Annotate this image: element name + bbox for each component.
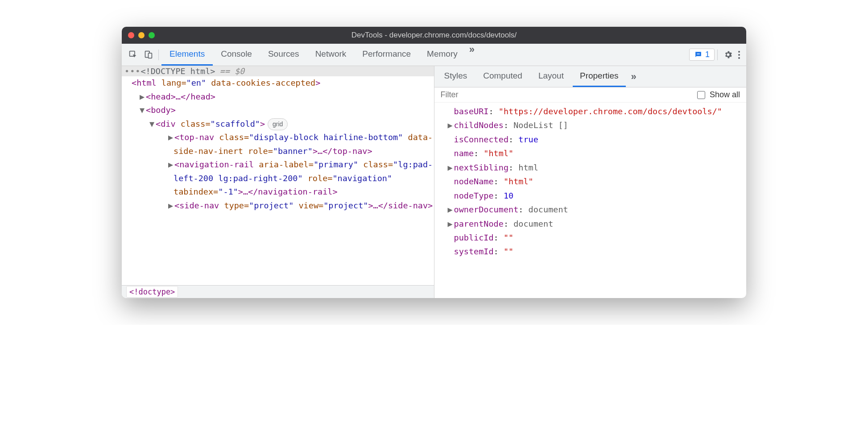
filter-input[interactable] xyxy=(441,90,693,99)
tab-elements[interactable]: Elements xyxy=(161,44,213,66)
show-all-label[interactable]: Show all xyxy=(710,90,740,99)
properties-list[interactable]: baseURI: "https://developer.chrome.com/d… xyxy=(434,103,747,298)
breadcrumbs[interactable]: <!doctype> xyxy=(122,285,434,298)
property-key: baseURI xyxy=(454,107,489,116)
maximize-window-button[interactable] xyxy=(149,32,155,38)
more-tabs-icon[interactable]: » xyxy=(466,44,477,66)
property-ownerDocument[interactable]: ▶ownerDocument: document xyxy=(438,203,743,216)
titlebar: DevTools - developer.chrome.com/docs/dev… xyxy=(122,27,746,44)
property-key: name xyxy=(454,149,474,158)
tab-memory[interactable]: Memory xyxy=(419,44,466,66)
main-toolbar: Elements Console Sources Network Perform… xyxy=(122,44,746,66)
tab-computed[interactable]: Computed xyxy=(476,66,529,87)
property-value: "html" xyxy=(504,177,533,186)
property-value: document xyxy=(513,219,553,228)
window-title: DevTools - developer.chrome.com/docs/dev… xyxy=(122,31,746,40)
svg-rect-2 xyxy=(148,53,152,58)
property-systemId[interactable]: systemId: "" xyxy=(438,245,743,258)
property-key: publicId xyxy=(454,233,494,242)
property-value: document xyxy=(529,205,568,214)
property-value: "" xyxy=(504,233,513,242)
property-publicId[interactable]: publicId: "" xyxy=(438,231,743,245)
tab-console[interactable]: Console xyxy=(213,44,260,66)
tab-network[interactable]: Network xyxy=(307,44,355,66)
more-sidebar-tabs-icon[interactable]: » xyxy=(628,71,639,83)
property-key: ownerDocument xyxy=(454,205,519,214)
panel-tabs: Elements Console Sources Network Perform… xyxy=(161,44,477,66)
inspect-icon[interactable] xyxy=(125,47,141,62)
collapse-arrow-icon[interactable]: ▼ xyxy=(149,117,155,131)
property-key: nodeName xyxy=(454,177,494,186)
property-baseURI[interactable]: baseURI: "https://developer.chrome.com/d… xyxy=(438,104,743,118)
expand-arrow-icon[interactable]: ▶ xyxy=(168,158,174,172)
property-name[interactable]: name: "html" xyxy=(438,146,743,160)
issues-button[interactable]: 1 xyxy=(689,49,715,61)
property-key: nodeType xyxy=(454,191,494,200)
tab-sources[interactable]: Sources xyxy=(260,44,307,66)
property-key: nextSibling xyxy=(454,163,509,172)
tab-layout[interactable]: Layout xyxy=(531,66,571,87)
property-isConnected[interactable]: isConnected: true xyxy=(438,133,743,146)
expand-arrow-icon[interactable]: ▶ xyxy=(448,118,453,132)
property-key: parentNode xyxy=(454,219,504,228)
ellipsis-icon: ••• xyxy=(124,66,141,76)
dom-node-div-scaffold[interactable]: ▼<div class="scaffold">grid xyxy=(122,117,434,131)
dom-node-navigation-rail[interactable]: ▶<navigation-rail aria-label="primary" c… xyxy=(131,158,434,199)
expand-arrow-icon[interactable]: ▶ xyxy=(168,131,174,145)
devtools-window: DevTools - developer.chrome.com/docs/dev… xyxy=(122,27,746,298)
dom-doctype-row[interactable]: ••• <!DOCTYPE html> == $0 xyxy=(122,66,434,76)
separator xyxy=(717,50,718,60)
sidebar-tabs: Styles Computed Layout Properties » xyxy=(434,66,747,87)
issues-icon xyxy=(694,50,703,59)
dom-node-side-nav[interactable]: ▶<side-nav type="project" view="project"… xyxy=(131,199,434,213)
expand-arrow-icon[interactable]: ▶ xyxy=(140,90,145,104)
dom-node-html[interactable]: <html lang="en" data-cookies-accepted> xyxy=(122,76,434,90)
settings-icon[interactable] xyxy=(720,47,736,62)
expand-arrow-icon[interactable]: ▶ xyxy=(168,199,174,213)
issues-count: 1 xyxy=(705,50,710,59)
device-toggle-icon[interactable] xyxy=(141,47,156,62)
separator xyxy=(158,50,159,60)
property-value: 10 xyxy=(504,191,513,200)
property-value: "https://developer.chrome.com/docs/devto… xyxy=(499,107,722,116)
property-key: childNodes xyxy=(454,120,504,130)
show-all-checkbox[interactable] xyxy=(697,91,705,99)
property-value: "html" xyxy=(484,149,513,158)
content-area: ••• <!DOCTYPE html> == $0 <html lang="en… xyxy=(122,66,746,298)
expand-arrow-icon[interactable]: ▶ xyxy=(448,217,453,231)
property-value: NodeList [] xyxy=(513,120,568,130)
property-nodeName[interactable]: nodeName: "html" xyxy=(438,174,743,188)
grid-badge[interactable]: grid xyxy=(268,118,288,130)
close-window-button[interactable] xyxy=(128,32,134,38)
property-key: isConnected xyxy=(454,135,509,144)
tab-properties[interactable]: Properties xyxy=(573,66,626,87)
dom-tree[interactable]: <html lang="en" data-cookies-accepted> ▶… xyxy=(122,76,434,285)
property-nextSibling[interactable]: ▶nextSibling: html xyxy=(438,161,743,174)
property-value: "" xyxy=(504,247,513,256)
property-key: systemId xyxy=(454,247,494,256)
svg-rect-3 xyxy=(697,54,699,54)
dom-node-top-nav[interactable]: ▶<top-nav class="display-block hairline-… xyxy=(131,131,434,158)
property-nodeType[interactable]: nodeType: 10 xyxy=(438,189,743,203)
property-value: true xyxy=(518,135,538,144)
property-childNodes[interactable]: ▶childNodes: NodeList [] xyxy=(438,118,743,132)
property-value: html xyxy=(518,163,538,172)
dom-node-head[interactable]: ▶<head>…</head> xyxy=(122,90,434,104)
elements-panel: ••• <!DOCTYPE html> == $0 <html lang="en… xyxy=(122,66,434,298)
expand-arrow-icon[interactable]: ▶ xyxy=(448,161,453,174)
tab-performance[interactable]: Performance xyxy=(354,44,419,66)
tab-styles[interactable]: Styles xyxy=(437,66,475,87)
expand-arrow-icon[interactable]: ▶ xyxy=(448,203,453,216)
filter-row: Show all xyxy=(434,87,747,103)
collapse-arrow-icon[interactable]: ▼ xyxy=(140,104,145,117)
traffic-lights xyxy=(128,32,155,38)
sidebar-panel: Styles Computed Layout Properties » Show… xyxy=(434,66,747,298)
more-menu-icon[interactable] xyxy=(736,48,743,62)
property-parentNode[interactable]: ▶parentNode: document xyxy=(438,217,743,231)
breadcrumb-doctype[interactable]: <!doctype> xyxy=(126,286,178,298)
minimize-window-button[interactable] xyxy=(138,32,145,38)
dom-node-body[interactable]: ▼<body> xyxy=(122,104,434,117)
